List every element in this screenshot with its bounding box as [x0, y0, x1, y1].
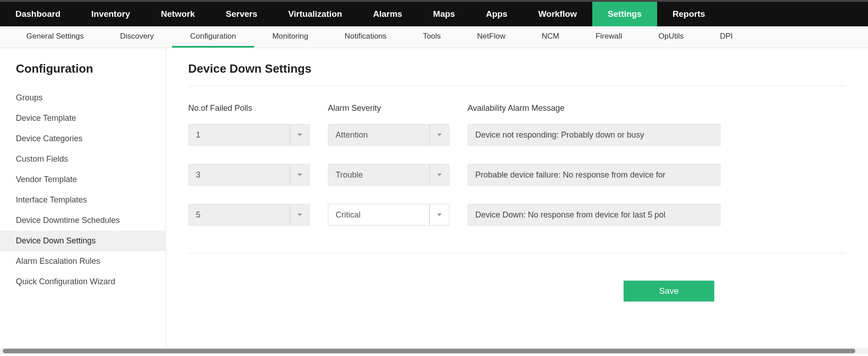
subnav-item-configuration[interactable]: Configuration: [172, 26, 254, 48]
severity-value: Trouble: [328, 164, 429, 186]
sidebar-item-quick-configuration-wizard[interactable]: Quick Configuration Wizard: [0, 272, 165, 292]
polls-dropdown-button[interactable]: [290, 204, 310, 226]
chevron-down-icon: [297, 134, 302, 136]
main-content: Device Down Settings No.of Failed Polls …: [166, 48, 868, 348]
sidebar: Configuration Groups Device Template Dev…: [0, 48, 166, 348]
polls-select[interactable]: 3: [188, 164, 310, 186]
polls-dropdown-button[interactable]: [290, 164, 310, 186]
top-nav: Dashboard Inventory Network Servers Virt…: [0, 0, 868, 26]
subnav-item-ncm[interactable]: NCM: [523, 26, 577, 48]
subnav-item-firewall[interactable]: Firewall: [577, 26, 640, 48]
topnav-item-servers[interactable]: Servers: [210, 2, 273, 26]
sub-nav: General Settings Discovery Configuration…: [0, 26, 868, 48]
severity-value: Attention: [328, 124, 429, 146]
chevron-down-icon: [437, 173, 442, 176]
topnav-item-dashboard[interactable]: Dashboard: [0, 2, 76, 26]
severity-dropdown-button[interactable]: [429, 204, 449, 226]
chevron-down-icon: [297, 173, 302, 176]
settings-row: 5 Critical: [188, 204, 845, 226]
polls-select[interactable]: 5: [188, 204, 310, 226]
topnav-item-apps[interactable]: Apps: [470, 2, 523, 26]
polls-select[interactable]: 1: [188, 124, 310, 146]
scrollbar-thumb[interactable]: [3, 349, 855, 353]
polls-value: 5: [188, 204, 290, 226]
sidebar-item-custom-fields[interactable]: Custom Fields: [0, 149, 165, 169]
severity-dropdown-button[interactable]: [429, 164, 449, 186]
divider: [188, 86, 845, 86]
topnav-item-settings[interactable]: Settings: [592, 2, 657, 26]
sidebar-item-vendor-template[interactable]: Vendor Template: [0, 169, 165, 190]
header-polls: No.of Failed Polls: [188, 104, 310, 113]
sidebar-item-device-categories[interactable]: Device Categories: [0, 129, 165, 149]
column-headers: No.of Failed Polls Alarm Severity Availa…: [188, 104, 845, 113]
subnav-item-tools[interactable]: Tools: [405, 26, 459, 48]
chevron-down-icon: [437, 213, 442, 216]
sidebar-item-device-down-settings[interactable]: Device Down Settings: [0, 231, 165, 251]
header-severity: Alarm Severity: [328, 104, 449, 113]
severity-select[interactable]: Critical: [328, 204, 449, 226]
chevron-down-icon: [437, 134, 442, 136]
sidebar-title: Configuration: [0, 62, 165, 88]
sidebar-item-device-downtime-schedules[interactable]: Device Downtime Schedules: [0, 210, 165, 231]
topnav-item-network[interactable]: Network: [146, 2, 210, 26]
topnav-item-reports[interactable]: Reports: [657, 2, 721, 26]
chevron-down-icon: [297, 213, 302, 216]
subnav-item-monitoring[interactable]: Monitoring: [254, 26, 326, 48]
sidebar-item-interface-templates[interactable]: Interface Templates: [0, 190, 165, 210]
subnav-item-oputils[interactable]: OpUtils: [640, 26, 702, 48]
horizontal-scrollbar[interactable]: [0, 348, 868, 354]
topnav-item-workflow[interactable]: Workflow: [523, 2, 592, 26]
polls-value: 3: [188, 164, 290, 186]
polls-dropdown-button[interactable]: [290, 124, 310, 146]
subnav-item-discovery[interactable]: Discovery: [102, 26, 172, 48]
message-input[interactable]: [468, 204, 721, 226]
save-row: Save: [188, 253, 845, 302]
topnav-item-virtualization[interactable]: Virtualization: [273, 2, 357, 26]
body-wrap: Configuration Groups Device Template Dev…: [0, 48, 868, 348]
sidebar-item-alarm-escalation-rules[interactable]: Alarm Escalation Rules: [0, 251, 165, 272]
save-button[interactable]: Save: [624, 281, 714, 302]
subnav-item-netflow[interactable]: NetFlow: [459, 26, 523, 48]
topnav-item-alarms[interactable]: Alarms: [357, 2, 417, 26]
severity-select[interactable]: Trouble: [328, 164, 449, 186]
page-title: Device Down Settings: [188, 62, 845, 76]
severity-value: Critical: [328, 204, 429, 226]
topnav-item-maps[interactable]: Maps: [418, 2, 471, 26]
polls-value: 1: [188, 124, 290, 146]
severity-select[interactable]: Attention: [328, 124, 449, 146]
subnav-item-notifications[interactable]: Notifications: [327, 26, 405, 48]
topnav-item-inventory[interactable]: Inventory: [76, 2, 146, 26]
message-input[interactable]: [468, 124, 721, 146]
header-message: Availability Alarm Message: [468, 104, 721, 113]
severity-dropdown-button[interactable]: [429, 124, 449, 146]
sidebar-item-groups[interactable]: Groups: [0, 88, 165, 108]
subnav-item-dpi[interactable]: DPI: [702, 26, 751, 48]
settings-row: 1 Attention: [188, 124, 845, 146]
sidebar-item-device-template[interactable]: Device Template: [0, 108, 165, 129]
subnav-item-general-settings[interactable]: General Settings: [8, 26, 102, 48]
message-input[interactable]: [468, 164, 721, 186]
settings-row: 3 Trouble: [188, 164, 845, 186]
